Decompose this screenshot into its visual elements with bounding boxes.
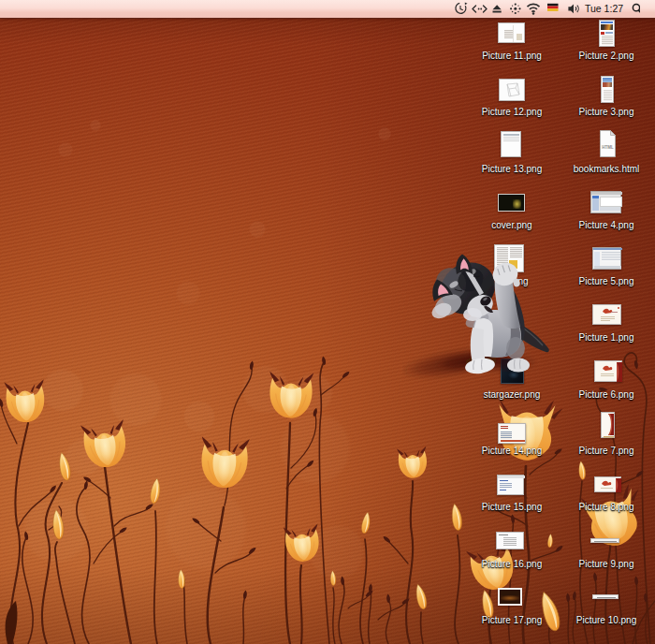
- svg-text:HTML: HTML: [602, 145, 614, 150]
